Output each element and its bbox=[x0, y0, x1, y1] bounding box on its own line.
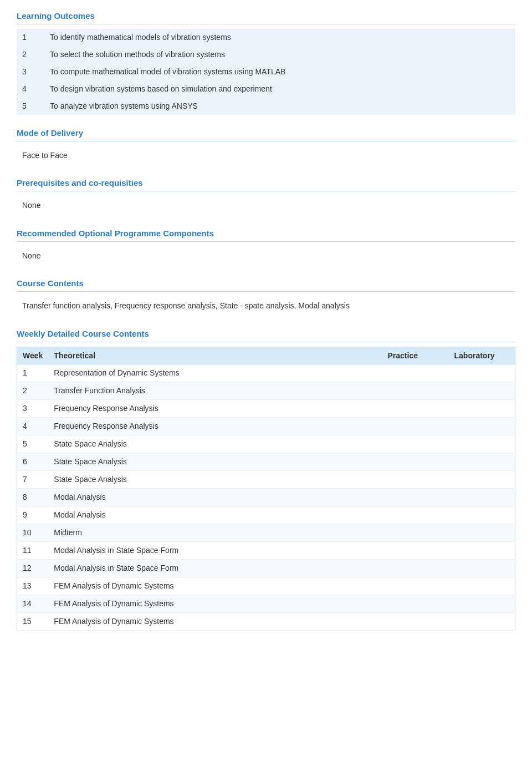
week-practice bbox=[382, 453, 449, 470]
week-theoretical: Midterm bbox=[48, 524, 382, 541]
week-laboratory bbox=[449, 382, 515, 399]
week-number: 13 bbox=[17, 577, 49, 595]
week-number: 5 bbox=[17, 435, 49, 453]
week-number: 8 bbox=[17, 488, 49, 506]
weekly-table-header-row: Week Theoretical Practice Laboratory bbox=[17, 347, 515, 364]
optional-components-section: Recommended Optional Programme Component… bbox=[17, 229, 515, 265]
prerequisites-section: Prerequisites and co-requisities None bbox=[17, 178, 515, 215]
weekly-row: 5 State Space Analysis bbox=[17, 435, 515, 453]
weekly-row: 6 State Space Analysis bbox=[17, 453, 515, 470]
week-laboratory bbox=[449, 488, 515, 506]
week-theoretical: State Space Analysis bbox=[48, 453, 382, 470]
outcome-number: 4 bbox=[17, 80, 44, 98]
week-number: 4 bbox=[17, 417, 49, 435]
weekly-row: 15 FEM Analysis of Dynamic Systems bbox=[17, 612, 515, 630]
weekly-row: 12 Modal Analysis in State Space Form bbox=[17, 559, 515, 577]
outcome-row: 5 To analyze vibration systems using ANS… bbox=[17, 98, 515, 115]
week-practice bbox=[382, 417, 449, 435]
week-laboratory bbox=[449, 612, 515, 630]
week-practice bbox=[382, 470, 449, 488]
weekly-row: 8 Modal Analysis bbox=[17, 488, 515, 506]
course-contents-section: Course Contents Transfer function analys… bbox=[17, 278, 515, 315]
week-number: 15 bbox=[17, 612, 49, 630]
week-laboratory bbox=[449, 417, 515, 435]
week-number: 14 bbox=[17, 595, 49, 612]
weekly-contents-section: Weekly Detailed Course Contents Week The… bbox=[17, 329, 515, 631]
week-laboratory bbox=[449, 541, 515, 559]
week-practice bbox=[382, 524, 449, 541]
weekly-row: 10 Midterm bbox=[17, 524, 515, 541]
week-laboratory bbox=[449, 577, 515, 595]
weekly-row: 13 FEM Analysis of Dynamic Systems bbox=[17, 577, 515, 595]
weekly-row: 7 State Space Analysis bbox=[17, 470, 515, 488]
weekly-row: 4 Frequency Response Analysis bbox=[17, 417, 515, 435]
course-contents-header: Course Contents bbox=[17, 278, 515, 292]
outcome-number: 2 bbox=[17, 46, 44, 63]
week-theoretical: Modal Analysis bbox=[48, 488, 382, 506]
week-practice bbox=[382, 559, 449, 577]
week-practice bbox=[382, 488, 449, 506]
mode-of-delivery-section: Mode of Delivery Face to Face bbox=[17, 128, 515, 165]
week-practice bbox=[382, 612, 449, 630]
weekly-row: 14 FEM Analysis of Dynamic Systems bbox=[17, 595, 515, 612]
week-laboratory bbox=[449, 453, 515, 470]
week-laboratory bbox=[449, 470, 515, 488]
week-laboratory bbox=[449, 435, 515, 453]
week-theoretical: Frequency Response Analysis bbox=[48, 399, 382, 417]
weekly-table: Week Theoretical Practice Laboratory 1 R… bbox=[17, 347, 515, 631]
outcome-text: To select the solution methods of vibrat… bbox=[44, 46, 515, 63]
outcome-row: 1 To identify mathematical models of vib… bbox=[17, 29, 515, 46]
col-laboratory: Laboratory bbox=[449, 347, 515, 364]
week-theoretical: FEM Analysis of Dynamic Systems bbox=[48, 577, 382, 595]
learning-outcomes-header: Learning Outcomes bbox=[17, 11, 515, 24]
optional-components-content: None bbox=[17, 246, 515, 265]
outcome-number: 3 bbox=[17, 63, 44, 80]
weekly-row: 3 Frequency Response Analysis bbox=[17, 399, 515, 417]
outcome-row: 3 To compute mathematical model of vibra… bbox=[17, 63, 515, 80]
outcome-number: 5 bbox=[17, 98, 44, 115]
week-laboratory bbox=[449, 595, 515, 612]
week-theoretical: Frequency Response Analysis bbox=[48, 417, 382, 435]
week-number: 7 bbox=[17, 470, 49, 488]
week-practice bbox=[382, 382, 449, 399]
weekly-row: 2 Transfer Function Analysis bbox=[17, 382, 515, 399]
week-number: 6 bbox=[17, 453, 49, 470]
week-practice bbox=[382, 435, 449, 453]
week-theoretical: Modal Analysis in State Space Form bbox=[48, 559, 382, 577]
week-number: 9 bbox=[17, 506, 49, 524]
week-theoretical: Representation of Dynamic Systems bbox=[48, 364, 382, 382]
week-laboratory bbox=[449, 364, 515, 382]
week-number: 2 bbox=[17, 382, 49, 399]
outcome-row: 4 To design vibration systems based on s… bbox=[17, 80, 515, 98]
week-practice bbox=[382, 506, 449, 524]
optional-components-header: Recommended Optional Programme Component… bbox=[17, 229, 515, 242]
course-contents-content: Transfer function analysis, Frequency re… bbox=[17, 296, 515, 315]
week-practice bbox=[382, 399, 449, 417]
weekly-row: 1 Representation of Dynamic Systems bbox=[17, 364, 515, 382]
week-number: 3 bbox=[17, 399, 49, 417]
week-number: 11 bbox=[17, 541, 49, 559]
outcome-text: To compute mathematical model of vibrati… bbox=[44, 63, 515, 80]
weekly-row: 11 Modal Analysis in State Space Form bbox=[17, 541, 515, 559]
week-number: 1 bbox=[17, 364, 49, 382]
week-theoretical: Transfer Function Analysis bbox=[48, 382, 382, 399]
week-laboratory bbox=[449, 524, 515, 541]
prerequisites-content: None bbox=[17, 196, 515, 215]
learning-outcomes-section: Learning Outcomes 1 To identify mathemat… bbox=[17, 11, 515, 115]
col-theoretical: Theoretical bbox=[48, 347, 382, 364]
week-practice bbox=[382, 595, 449, 612]
week-practice bbox=[382, 541, 449, 559]
week-theoretical: Modal Analysis in State Space Form bbox=[48, 541, 382, 559]
mode-of-delivery-content: Face to Face bbox=[17, 146, 515, 165]
mode-of-delivery-header: Mode of Delivery bbox=[17, 128, 515, 141]
week-number: 10 bbox=[17, 524, 49, 541]
week-practice bbox=[382, 364, 449, 382]
week-theoretical: FEM Analysis of Dynamic Systems bbox=[48, 612, 382, 630]
week-laboratory bbox=[449, 559, 515, 577]
learning-outcomes-table: 1 To identify mathematical models of vib… bbox=[17, 29, 515, 115]
outcome-text: To identify mathematical models of vibra… bbox=[44, 29, 515, 46]
week-theoretical: FEM Analysis of Dynamic Systems bbox=[48, 595, 382, 612]
outcome-row: 2 To select the solution methods of vibr… bbox=[17, 46, 515, 63]
weekly-contents-header: Weekly Detailed Course Contents bbox=[17, 329, 515, 342]
week-practice bbox=[382, 577, 449, 595]
